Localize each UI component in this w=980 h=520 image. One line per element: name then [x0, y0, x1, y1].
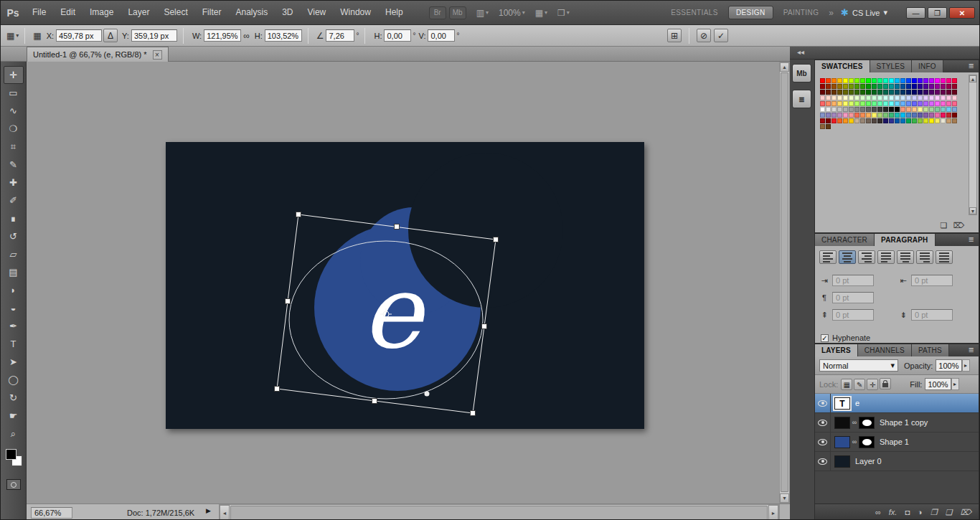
layer-row[interactable]: ∞Shape 1 [815, 432, 979, 452]
warp-mode-toggle[interactable]: ⊞ [667, 29, 682, 42]
layer-row[interactable]: Te [815, 394, 979, 413]
justify-last-center-button[interactable] [897, 250, 914, 264]
mask-thumbnail[interactable] [859, 417, 875, 429]
status-menu-arrow[interactable]: ▶ [206, 507, 211, 514]
lock-position-icon[interactable]: ✛ [867, 379, 878, 390]
indent-left-field[interactable]: 0 pt [832, 275, 874, 286]
hand-tool[interactable]: ☛ [4, 407, 24, 425]
swatches-scrollbar[interactable]: ▲ ▼ [969, 75, 977, 215]
menu-layer[interactable]: Layer [121, 7, 156, 17]
eraser-tool[interactable]: ▱ [4, 245, 24, 263]
menu-window[interactable]: Window [333, 7, 378, 17]
zoom-tool[interactable]: ⌕ [4, 425, 24, 443]
maintain-aspect-ratio-icon[interactable]: ∞ [243, 31, 250, 41]
swatch[interactable] [935, 118, 940, 123]
add-mask-icon[interactable]: ◘ [905, 508, 910, 516]
scroll-down-icon[interactable]: ▼ [780, 493, 789, 503]
opacity-field[interactable]: 100% [936, 359, 961, 372]
fill-field[interactable]: 100% [925, 378, 951, 390]
justify-all-button[interactable] [936, 250, 953, 264]
vertical-scrollbar[interactable]: ▲ ▼ [779, 62, 790, 504]
align-right-button[interactable] [858, 250, 875, 264]
new-layer-icon[interactable]: ❏ [946, 508, 953, 517]
swatch[interactable] [912, 118, 917, 123]
menu-image[interactable]: Image [83, 7, 121, 17]
menu-filter[interactable]: Filter [195, 7, 229, 17]
clone-stamp-tool[interactable]: ∎ [4, 209, 24, 227]
relative-positioning-toggle[interactable]: Δ [103, 29, 118, 42]
swatch[interactable] [837, 118, 842, 123]
minimize-button[interactable]: — [906, 7, 925, 19]
opacity-slider-arrow[interactable]: ▸ [962, 359, 970, 372]
swatch[interactable] [889, 118, 894, 123]
tab-swatches[interactable]: SWATCHES [815, 60, 870, 72]
pen-tool[interactable]: ✒ [4, 317, 24, 335]
scroll-down-icon[interactable]: ▼ [969, 207, 976, 214]
link-layers-icon[interactable]: ∞ [875, 508, 881, 516]
width-scale-field[interactable] [204, 29, 241, 42]
workspace-design[interactable]: DESIGN [728, 6, 773, 19]
vertical-scroll-thumb[interactable] [781, 72, 788, 492]
swatch[interactable] [866, 118, 871, 123]
lasso-tool[interactable]: ∿ [4, 102, 24, 120]
layer-thumbnail[interactable]: T [834, 397, 850, 410]
spot-healing-brush-tool[interactable]: ✚ [4, 174, 24, 192]
tab-character[interactable]: CHARACTER [815, 234, 875, 246]
delete-layer-icon[interactable]: ⌦ [960, 508, 971, 517]
tab-channels[interactable]: CHANNELS [858, 344, 912, 356]
swatch[interactable] [900, 118, 905, 123]
view-extras-button[interactable]: ▦ ▾ [535, 8, 547, 18]
commit-transform-button[interactable]: ✓ [714, 29, 728, 42]
visibility-toggle[interactable] [815, 413, 831, 432]
brush-tool[interactable]: ✐ [4, 192, 24, 209]
panel-menu-icon[interactable]: ≣ [969, 344, 979, 356]
rectangular-marquee-tool[interactable]: ▭ [4, 84, 24, 102]
rotate-view-tool[interactable]: ↻ [4, 389, 24, 407]
restore-button[interactable]: ❐ [928, 7, 947, 19]
menu-help[interactable]: Help [378, 7, 410, 17]
history-brush-tool[interactable]: ↺ [4, 227, 24, 245]
layer-row[interactable]: ∞Shape 1 copy [815, 413, 979, 432]
menu-select[interactable]: Select [156, 7, 194, 17]
cancel-transform-button[interactable]: ⊘ [697, 29, 711, 42]
mb-button[interactable]: Mb [449, 6, 466, 19]
horizontal-scroll-thumb[interactable] [230, 506, 768, 520]
scroll-up-icon[interactable]: ▲ [780, 62, 789, 72]
justify-last-left-button[interactable] [877, 250, 895, 264]
height-scale-field[interactable] [265, 29, 302, 42]
close-tab-icon[interactable]: × [153, 50, 162, 60]
x-position-field[interactable] [56, 29, 102, 42]
panel-menu-icon[interactable]: ≣ [969, 234, 979, 246]
crop-tool[interactable]: ⌗ [4, 138, 24, 156]
new-swatch-icon[interactable]: ❏ [941, 221, 948, 230]
visibility-toggle[interactable] [815, 452, 831, 471]
rotation-angle-field[interactable] [326, 29, 354, 42]
mask-thumbnail[interactable] [859, 436, 875, 448]
document-canvas[interactable] [166, 142, 644, 429]
tab-styles[interactable]: STYLES [870, 60, 913, 72]
visibility-toggle[interactable] [815, 394, 831, 413]
move-tool[interactable]: ✛ [4, 66, 24, 84]
y-position-field[interactable] [131, 29, 177, 42]
swatch[interactable] [918, 118, 923, 123]
menu-file[interactable]: File [25, 7, 53, 17]
swatch[interactable] [843, 118, 848, 123]
cs-live-button[interactable]: ✱ CS Live ▾ [841, 7, 887, 18]
swatch[interactable] [826, 124, 831, 129]
lock-all-icon[interactable] [880, 378, 891, 389]
blur-tool[interactable]: ◗ [4, 281, 24, 299]
br-button[interactable]: Br [429, 6, 446, 19]
scroll-left-icon[interactable]: ◄ [220, 505, 230, 520]
swatch[interactable] [929, 118, 934, 123]
v-skew-field[interactable] [428, 29, 455, 42]
tool-preset-picker[interactable]: ▦ ▾ [6, 31, 19, 41]
fill-slider-arrow[interactable]: ▸ [951, 378, 959, 390]
align-center-button[interactable] [839, 250, 856, 264]
first-line-indent-field[interactable]: 0 pt [832, 292, 874, 303]
swatch[interactable] [854, 118, 859, 123]
swatch[interactable] [883, 118, 888, 123]
menu-3d[interactable]: 3D [275, 7, 300, 17]
layer-style-icon[interactable]: fx. [889, 508, 897, 516]
quick-selection-tool[interactable]: ❍ [4, 120, 24, 138]
swatch[interactable] [946, 118, 951, 123]
